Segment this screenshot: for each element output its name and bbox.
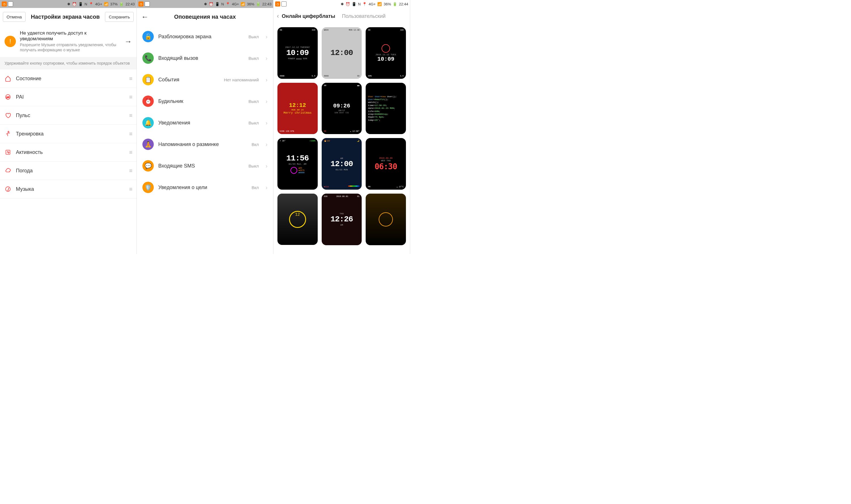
list-item-activity[interactable]: Активность ≡: [0, 143, 136, 162]
battery-icon: 🔋: [393, 2, 397, 6]
list-item-label: PAI: [16, 94, 124, 100]
list-item-label: Погода: [16, 168, 124, 174]
list-item-music[interactable]: Музыка ≡: [0, 180, 136, 198]
alert-status: Нет напоминаний: [224, 77, 259, 82]
app-icon: ◷: [2, 1, 7, 6]
signal-icon: 📶: [377, 2, 382, 6]
watchface-item[interactable]: 90436 2018.12.12 TUES 10:09 90%5.6: [366, 27, 406, 79]
chevron-right-icon: ›: [265, 98, 267, 105]
watchface-item[interactable]: [366, 194, 406, 245]
settings-list: Состояние ≡ pai PAI ≡ Пульс ≡ Тренировка…: [0, 69, 136, 198]
alerts-list: 🔓 Разблокировка экрана Выкл › 📞 Входящий…: [137, 26, 273, 198]
drag-handle-icon[interactable]: ≡: [129, 112, 132, 119]
bluetooth-icon: ✱: [204, 2, 207, 6]
cloud-icon: [4, 167, 11, 174]
back-button[interactable]: ‹: [277, 13, 279, 20]
alarm-icon: ⏰: [72, 2, 76, 6]
alert-status: Выкл: [248, 34, 259, 39]
clipboard-icon: 📋: [142, 74, 154, 85]
alert-item-goal[interactable]: 🛡️ Уведомления о цели Вкл ›: [137, 177, 273, 198]
signal-icon: 📶: [104, 2, 108, 6]
watchface-item[interactable]: 6202019.08.0191 THU 12:26 AM: [322, 194, 362, 245]
alert-label: Будильник: [158, 98, 244, 104]
svg-point-4: [6, 187, 11, 192]
heart-icon: [4, 112, 11, 119]
tab-online[interactable]: Онлайн циферблаты: [282, 13, 335, 19]
watchface-grid[interactable]: 90436 2017.12.12 TUESDAY 10:09 POWER ▬▬▬…: [274, 24, 410, 248]
watchface-item[interactable]: 12:12 MON AM 26 Merry christmas 5298 128…: [277, 83, 318, 134]
alarm-icon: ⏰: [346, 2, 350, 6]
watchface-item[interactable]: 2019.08.08 WED THU 06:30 PM☁ 27°C: [366, 138, 406, 190]
vibrate-icon: 📳: [78, 2, 83, 6]
watchface-item[interactable]: WEEKMON 12-30 12:00 800068: [322, 27, 362, 79]
list-item-label: Состояние: [16, 76, 124, 82]
network-label: 4G+: [368, 2, 376, 6]
list-item-pai[interactable]: pai PAI ≡: [0, 88, 136, 106]
chevron-right-icon: ›: [265, 184, 267, 191]
lock-icon: 🔓: [142, 31, 154, 42]
list-item-status[interactable]: Состояние ≡: [0, 69, 136, 88]
list-item-workout[interactable]: Тренировка ≡: [0, 125, 136, 143]
header: Отмена Настройки экрана часов Сохранить: [0, 8, 136, 26]
watchface-item[interactable]: ☀ 28°⚡100% 11:56 01/23 Mon. AM ◆66◆4875◆…: [277, 138, 318, 190]
chevron-right-icon: ›: [265, 33, 267, 40]
alert-label: Входящие SMS: [158, 163, 244, 169]
watchface-item[interactable]: AM◉◉ 09:26 10/17 56% 8647 725 98☁ 12~30°: [322, 83, 362, 134]
drag-handle-icon[interactable]: ≡: [129, 131, 132, 137]
drag-handle-icon[interactable]: ≡: [129, 149, 132, 156]
save-button[interactable]: Сохранить: [105, 12, 134, 22]
battery-pct: 36%: [383, 2, 391, 6]
nfc-icon: N: [221, 2, 224, 6]
chevron-right-icon: ›: [265, 55, 267, 61]
page-title: Оповещения на часах: [150, 14, 260, 20]
calendar-icon: [8, 1, 13, 6]
alert-label: Уведомления: [158, 120, 244, 126]
alert-item-sms[interactable]: 💬 Входящие SMS Выкл ›: [137, 155, 273, 177]
music-icon: [4, 186, 11, 193]
signal-icon: 📶: [241, 2, 245, 6]
drag-handle-icon[interactable]: ≡: [129, 75, 132, 82]
screen-watch-alerts: ◷ ✱ ⏰ 📳 N 📍 4G+ 📶 36% 🔋 22:43 ← Оповещен…: [137, 0, 274, 254]
tab-custom[interactable]: Пользовательский: [342, 13, 386, 19]
sms-icon: 💬: [142, 160, 154, 172]
bluetooth-icon: ✱: [341, 2, 344, 6]
calendar-icon: [145, 1, 150, 6]
alert-item-unlock[interactable]: 🔓 Разблокировка экрана Выкл ›: [137, 26, 273, 47]
alert-status: Выкл: [248, 56, 259, 61]
alert-item-events[interactable]: 📋 События Нет напоминаний ›: [137, 69, 273, 90]
alert-item-idle[interactable]: 🧘 Напоминания о разминке Вкл ›: [137, 133, 273, 155]
list-item-heartrate[interactable]: Пульс ≡: [0, 106, 136, 125]
statusbar: ◷ ✱ ⏰ 📳 N 📍 4G+ 📶 37% 🔋 22:43: [0, 0, 136, 8]
alert-status: Выкл: [248, 121, 259, 125]
back-button[interactable]: ←: [141, 13, 150, 21]
drag-handle-icon[interactable]: ≡: [129, 186, 132, 193]
svg-text:pai: pai: [6, 96, 10, 98]
alert-item-call[interactable]: 📞 Входящий вызов Выкл ›: [137, 47, 273, 69]
statusbar: ◷ ✱ ⏰ 📳 N 📍 4G+ 📶 36% 🔋 22:43: [137, 0, 273, 8]
list-item-weather[interactable]: Погода ≡: [0, 162, 136, 180]
clock: 22:44: [399, 2, 408, 6]
drag-handle-icon[interactable]: ≡: [129, 94, 132, 100]
watchface-item[interactable]: 90436 2017.12.12 TUESDAY 10:09 POWER ▬▬▬…: [277, 27, 318, 79]
vibrate-icon: 📳: [215, 2, 220, 6]
home-icon: [4, 75, 11, 82]
screen-watch-settings: ◷ ✱ ⏰ 📳 N 📍 4G+ 📶 37% 🔋 22:43 Отмена Нас…: [0, 0, 137, 254]
app-icon: ◷: [138, 1, 143, 6]
battery-pct: 36%: [247, 2, 254, 6]
chevron-right-icon: ›: [265, 163, 267, 169]
notification-access-warning[interactable]: ! Не удается получить доступ к уведомлен…: [0, 26, 136, 57]
chevron-right-icon: ›: [265, 141, 267, 148]
header: ← Оповещения на часах: [137, 8, 273, 26]
alert-item-alarm[interactable]: ⏰ Будильник Выкл ›: [137, 90, 273, 112]
page-title: Настройки экрана часов: [25, 14, 105, 20]
warning-title: Не удается получить доступ к уведомления…: [20, 30, 121, 42]
alert-item-notifications[interactable]: 🔔 Уведомления Выкл ›: [137, 112, 273, 133]
watchface-item[interactable]: User User=new User(); User=Amazfit(); wa…: [366, 83, 406, 134]
drag-handle-icon[interactable]: ≡: [129, 167, 132, 174]
alert-label: Уведомления о цели: [158, 184, 247, 191]
warning-icon: !: [4, 36, 16, 47]
watchface-item[interactable]: 🔥132🌙 AM 12:00 01/23 MON ♥114: [322, 138, 362, 190]
nfc-icon: N: [358, 2, 361, 6]
watchface-item[interactable]: 12: [277, 194, 318, 245]
cancel-button[interactable]: Отмена: [3, 12, 25, 22]
